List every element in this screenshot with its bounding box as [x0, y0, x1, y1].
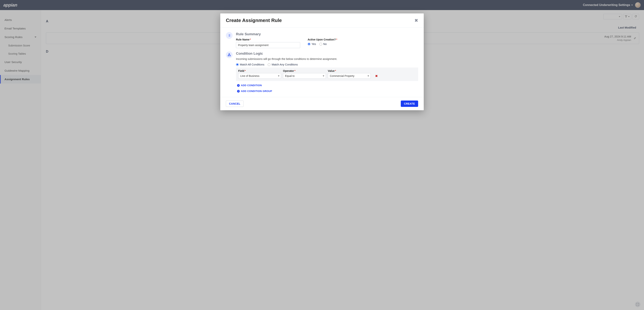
rule-summary-section: Rule Summary Rule Name* Active Upon Crea… [226, 32, 418, 49]
operator-select[interactable]: Equal to [283, 73, 326, 79]
required-asterisk: * [335, 69, 336, 72]
modal-overlay: Create Assignment Rule ✖ Rule Summary Ru… [0, 0, 644, 310]
close-icon: ✖ [414, 18, 418, 23]
operator-header-text: Operator [283, 69, 294, 72]
create-button[interactable]: CREATE [401, 100, 418, 107]
close-button[interactable]: ✖ [414, 18, 418, 23]
add-condition-group-label: ADD CONDITION GROUP [241, 90, 272, 92]
match-any-radio[interactable] [268, 63, 270, 66]
condition-logic-heading: Condition Logic [236, 51, 418, 56]
condition-row: Line of Business Equal to Commercial [238, 73, 416, 79]
match-any-option[interactable]: Match Any Conditions [268, 63, 298, 66]
add-condition-button[interactable]: + ADD CONDITION [237, 84, 262, 87]
field-header-text: Field [238, 69, 244, 72]
plus-icon: + [237, 84, 240, 87]
rule-name-input[interactable] [236, 42, 300, 48]
active-no-label: No [323, 42, 327, 45]
svg-rect-0 [229, 53, 230, 54]
required-asterisk: * [294, 69, 295, 72]
active-no-radio[interactable] [320, 43, 322, 45]
modal-body: Rule Summary Rule Name* Active Upon Crea… [220, 28, 424, 97]
conditions-table: Field* Operator* Value* [236, 67, 418, 81]
field-select[interactable]: Line of Business [238, 73, 281, 79]
modal-title: Create Assignment Rule [226, 17, 282, 23]
required-asterisk: * [336, 38, 337, 41]
field-select-wrap: Line of Business [238, 73, 281, 79]
modal-header: Create Assignment Rule ✖ [220, 13, 424, 28]
required-asterisk: * [250, 38, 251, 41]
active-yes-label: Yes [312, 42, 316, 45]
close-icon: ✖ [375, 74, 378, 78]
list-icon [226, 32, 232, 39]
match-any-label: Match Any Conditions [272, 63, 298, 66]
rule-name-label: Rule Name* [236, 38, 300, 41]
condition-logic-description: Incoming submissions will go through the… [236, 57, 418, 60]
hierarchy-icon [226, 51, 232, 58]
active-upon-creation-label-text: Active Upon Creation? [308, 38, 336, 41]
rule-name-label-text: Rule Name [236, 38, 250, 41]
svg-rect-1 [228, 55, 229, 56]
create-assignment-rule-modal: Create Assignment Rule ✖ Rule Summary Ru… [220, 13, 424, 110]
value-select[interactable]: Commercial Property [328, 73, 371, 79]
match-all-option[interactable]: Match All Conditions [236, 63, 264, 66]
condition-logic-section: Condition Logic Incoming submissions wil… [226, 51, 418, 92]
remove-condition-button[interactable]: ✖ [372, 74, 380, 78]
rule-summary-heading: Rule Summary [236, 32, 418, 36]
active-yes-radio[interactable] [308, 43, 310, 45]
match-all-radio[interactable] [236, 63, 239, 66]
value-column-header: Value* [328, 69, 371, 72]
active-yes-option[interactable]: Yes [308, 42, 316, 45]
active-upon-creation-label: Active Upon Creation?* [308, 38, 337, 41]
plus-icon: + [237, 90, 240, 92]
add-condition-group-button[interactable]: + ADD CONDITION GROUP [237, 90, 272, 92]
match-all-label: Match All Conditions [240, 63, 264, 66]
field-column-header: Field* [238, 69, 281, 72]
operator-select-wrap: Equal to [283, 73, 326, 79]
required-asterisk: * [245, 69, 246, 72]
add-condition-label: ADD CONDITION [241, 84, 262, 87]
value-select-wrap: Commercial Property [328, 73, 371, 79]
svg-rect-2 [230, 55, 230, 56]
cancel-button[interactable]: CANCEL [226, 100, 244, 107]
active-no-option[interactable]: No [320, 42, 327, 45]
modal-footer: CANCEL CREATE [220, 97, 424, 110]
value-header-text: Value [328, 69, 335, 72]
operator-column-header: Operator* [283, 69, 326, 72]
